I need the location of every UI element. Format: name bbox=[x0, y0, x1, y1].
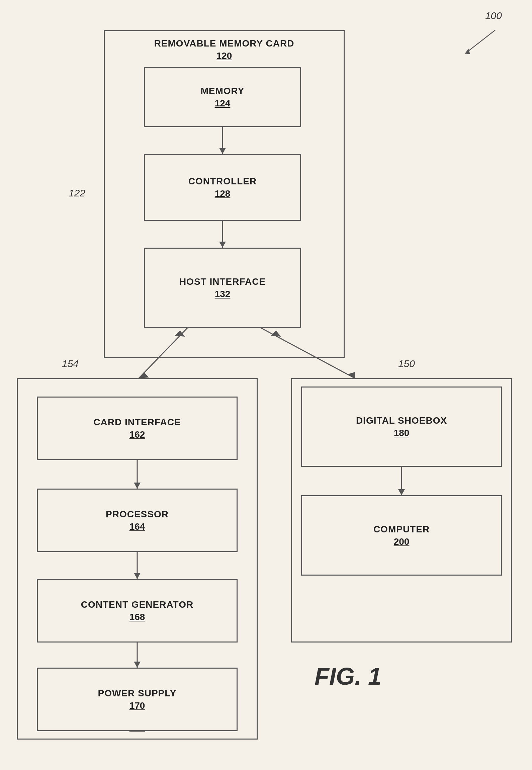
processor-label: PROCESSOR bbox=[106, 509, 169, 520]
processor-box: PROCESSOR 164 bbox=[37, 489, 238, 552]
processor-number: 164 bbox=[129, 521, 145, 532]
host-interface-number: 132 bbox=[215, 289, 231, 300]
controller-box: CONTROLLER 128 bbox=[144, 154, 301, 221]
computer-label: COMPUTER bbox=[373, 524, 430, 535]
controller-label: CONTROLLER bbox=[188, 176, 257, 187]
host-interface-label: HOST INTERFACE bbox=[179, 276, 266, 287]
controller-number: 128 bbox=[215, 188, 231, 199]
card-interface-number: 162 bbox=[129, 429, 145, 440]
digital-shoebox-number: 180 bbox=[394, 428, 410, 438]
removable-memory-card-label: REMOVABLE MEMORY CARD bbox=[154, 38, 294, 49]
digital-shoebox-label: DIGITAL SHOEBOX bbox=[356, 415, 447, 426]
memory-number: 124 bbox=[215, 98, 231, 109]
content-generator-box: CONTENT GENERATOR 168 bbox=[37, 579, 238, 643]
ref-100: 100 bbox=[485, 10, 502, 21]
computer-number: 200 bbox=[394, 536, 410, 547]
diagram: 100 REMOVABLE MEMORY CARD 120 122 MEMORY… bbox=[0, 0, 532, 770]
host-interface-box: HOST INTERFACE 132 bbox=[144, 248, 301, 328]
removable-memory-card-number: 120 bbox=[154, 51, 294, 61]
ref-122: 122 bbox=[69, 187, 85, 199]
ref-154: 154 bbox=[62, 358, 79, 369]
svg-marker-1 bbox=[465, 49, 470, 54]
power-supply-label: POWER SUPPLY bbox=[98, 688, 176, 699]
memory-box: MEMORY 124 bbox=[144, 67, 301, 127]
power-supply-box: POWER SUPPLY 170 bbox=[37, 668, 238, 731]
fig-label: FIG. 1 bbox=[315, 663, 381, 690]
card-interface-box: CARD INTERFACE 162 bbox=[37, 397, 238, 460]
computer-box: COMPUTER 200 bbox=[301, 495, 502, 576]
power-supply-number: 170 bbox=[129, 700, 145, 711]
svg-marker-9 bbox=[348, 372, 355, 378]
content-generator-number: 168 bbox=[129, 612, 145, 622]
digital-shoebox-box: DIGITAL SHOEBOX 180 bbox=[301, 387, 502, 467]
ref-150: 150 bbox=[398, 358, 415, 369]
svg-line-0 bbox=[465, 30, 495, 54]
content-generator-label: CONTENT GENERATOR bbox=[81, 599, 193, 610]
memory-label: MEMORY bbox=[201, 85, 245, 97]
card-interface-label: CARD INTERFACE bbox=[93, 417, 181, 428]
svg-marker-7 bbox=[139, 372, 149, 378]
